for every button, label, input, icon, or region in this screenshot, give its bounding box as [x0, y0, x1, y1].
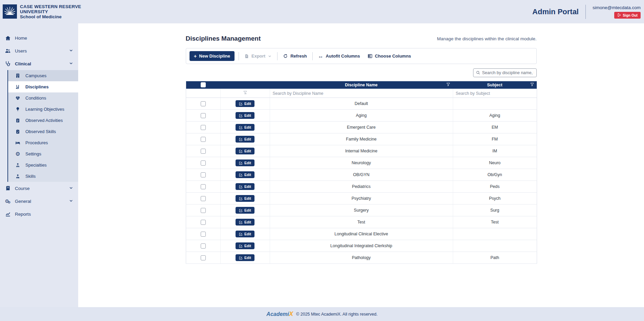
sidebar-item-clinical[interactable]: Clinical: [0, 57, 78, 70]
new-discipline-button[interactable]: + New Discipline: [190, 51, 235, 61]
export-button[interactable]: Export: [243, 51, 273, 61]
row-checkbox[interactable]: [201, 196, 206, 201]
row-checkbox[interactable]: [201, 113, 206, 118]
edit-button-label: Edit: [244, 113, 251, 117]
row-checkbox[interactable]: [201, 220, 206, 225]
filter-cell-clear: [220, 89, 270, 98]
row-action-cell: Edit: [220, 228, 270, 240]
row-checkbox[interactable]: [201, 160, 206, 166]
discipline-name-cell: Pediatrics: [270, 181, 453, 193]
export-icon: [244, 54, 249, 59]
sidebar-item-label: Users: [15, 48, 27, 53]
users-icon: [5, 48, 11, 54]
filter-discipline-input[interactable]: [270, 91, 444, 96]
chevron-down-icon: [69, 186, 73, 191]
clear-filter-icon[interactable]: [243, 90, 247, 96]
edit-button-label: Edit: [244, 137, 251, 141]
header-subject[interactable]: Subject: [453, 81, 537, 89]
edit-button[interactable]: Edit: [236, 171, 254, 178]
row-select-cell: [186, 122, 220, 133]
table-body: Edit Default Edit Aging Aging Edit Emerg…: [186, 98, 537, 264]
header-discipline-name[interactable]: Discipline Name: [270, 81, 453, 89]
sidebar-item-label: Settings: [25, 151, 41, 156]
edit-button[interactable]: Edit: [236, 136, 254, 143]
filter-funnel-icon[interactable]: [530, 82, 534, 88]
edit-button[interactable]: Edit: [236, 100, 254, 107]
row-select-cell: [186, 181, 220, 193]
table-row: Edit Family Medicine FM: [186, 133, 537, 145]
sidebar-item-learning-objectives[interactable]: Learning Objectives: [8, 104, 78, 115]
search-input[interactable]: [482, 70, 534, 75]
filter-cell-empty: [186, 89, 220, 98]
university-line3: School of Medicine: [20, 14, 81, 19]
table-row: Edit Longitudinal Clinical Elective: [186, 228, 537, 240]
row-checkbox[interactable]: [201, 232, 206, 237]
disciplines-table: Discipline Name Subject: [186, 81, 537, 264]
select-all-checkbox[interactable]: [201, 82, 206, 87]
filter-subject-input[interactable]: [453, 91, 533, 96]
sidebar-item-home[interactable]: Home: [0, 31, 78, 44]
sidebar-item-label: Learning Objectives: [25, 107, 64, 112]
refresh-label: Refresh: [290, 53, 307, 59]
header-actions: [220, 81, 270, 89]
discipline-name-cell: Psychiatry: [270, 193, 453, 205]
row-checkbox[interactable]: [201, 137, 206, 142]
row-checkbox[interactable]: [201, 208, 206, 213]
edit-button[interactable]: Edit: [236, 219, 254, 226]
edit-pencil-icon: [239, 185, 243, 189]
sidebar-item-disciplines[interactable]: Disciplines: [8, 81, 78, 92]
sidebar-item-observed-skills[interactable]: Observed Skills: [8, 126, 78, 137]
sidebar-item-label: Observed Skills: [25, 129, 56, 134]
subject-cell: FM: [453, 133, 537, 145]
subject-cell: Test: [453, 216, 537, 228]
row-checkbox[interactable]: [201, 125, 206, 130]
subject-cell: Neuro: [453, 157, 537, 169]
edit-button[interactable]: Edit: [236, 195, 254, 202]
page: CASE WESTERN RESERVE UNIVERSITY School o…: [0, 0, 644, 321]
row-checkbox[interactable]: [201, 101, 206, 106]
sidebar-item-conditions[interactable]: Conditions: [8, 92, 78, 104]
row-checkbox[interactable]: [201, 184, 206, 189]
filter-funnel-icon[interactable]: [446, 82, 450, 88]
sidebar-item-reports[interactable]: Reports: [0, 208, 78, 220]
edit-pencil-icon: [239, 209, 243, 212]
sidebar-item-observed-activities[interactable]: Observed Activities: [8, 115, 78, 126]
sidebar-item-users[interactable]: Users: [0, 44, 78, 57]
row-checkbox[interactable]: [201, 149, 206, 154]
sidebar-item-procedures[interactable]: Procedures: [8, 137, 78, 148]
sidebar-item-specialties[interactable]: Specialties: [8, 159, 78, 171]
row-checkbox[interactable]: [201, 243, 206, 249]
refresh-icon: [283, 53, 288, 59]
export-label: Export: [251, 53, 265, 59]
footer: AcademiX © 2025 Mtec AcademiX. All right…: [0, 307, 644, 321]
edit-button-label: Edit: [244, 208, 251, 212]
autofit-columns-button[interactable]: ↔ Autofit Columns: [317, 51, 361, 61]
subject-cell: Surg: [453, 205, 537, 216]
edit-button[interactable]: Edit: [236, 124, 254, 131]
sidebar-item-course[interactable]: Course: [0, 182, 78, 195]
sign-out-button[interactable]: Sign Out: [614, 12, 641, 19]
sidebar-item-skills[interactable]: Skills: [8, 171, 78, 182]
table-row: Edit Internal Medicine IM: [186, 145, 537, 157]
chevron-down-icon: [268, 54, 272, 58]
sidebar-item-general[interactable]: ⚙⚙ General: [0, 195, 78, 208]
edit-button[interactable]: Edit: [236, 254, 254, 261]
sidebar-item-label: Specialties: [25, 163, 47, 168]
main-area: Disciplines Management Manage the discip…: [78, 23, 644, 307]
edit-button[interactable]: Edit: [236, 159, 254, 166]
sidebar-item-label: Home: [15, 36, 27, 41]
subject-cell: Path: [453, 252, 537, 264]
row-checkbox[interactable]: [201, 255, 206, 260]
edit-button[interactable]: Edit: [236, 148, 254, 154]
sidebar-item-campuses[interactable]: Campuses: [8, 70, 78, 81]
edit-button[interactable]: Edit: [236, 183, 254, 190]
sidebar-item-settings[interactable]: ⚙ Settings: [8, 148, 78, 159]
edit-button[interactable]: Edit: [236, 231, 254, 237]
choose-columns-button[interactable]: Choose Columns: [366, 51, 413, 61]
refresh-button[interactable]: Refresh: [282, 51, 308, 61]
edit-button[interactable]: Edit: [236, 207, 254, 214]
edit-button[interactable]: Edit: [236, 112, 254, 119]
edit-button[interactable]: Edit: [236, 242, 254, 249]
topbar: CASE WESTERN RESERVE UNIVERSITY School o…: [0, 0, 644, 23]
row-checkbox[interactable]: [201, 172, 206, 177]
